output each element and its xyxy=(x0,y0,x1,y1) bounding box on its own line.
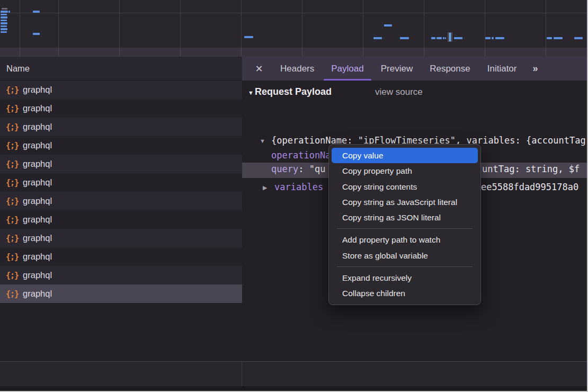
view-source-link[interactable]: view source xyxy=(375,87,423,97)
more-tabs-button[interactable]: » xyxy=(532,63,537,74)
request-row[interactable]: {;}graphql xyxy=(0,192,242,210)
request-label: graphql xyxy=(23,85,52,95)
waterfall-bar xyxy=(1,14,7,16)
waterfall-bar xyxy=(1,16,7,19)
property-value-start: "qu xyxy=(309,164,326,174)
json-icon: {;} xyxy=(6,252,19,262)
request-label: graphql xyxy=(23,122,52,132)
payload-section-header[interactable]: ▼ Request Payload view source xyxy=(242,86,587,102)
marker-line xyxy=(449,33,451,41)
request-row[interactable]: {;}graphql xyxy=(0,210,242,229)
waterfall-bar xyxy=(1,28,7,30)
waterfall-bar xyxy=(431,37,435,39)
waterfall-bar xyxy=(33,33,40,35)
details-tab-bar: ✕ HeadersPayloadPreviewResponseInitiator… xyxy=(242,57,587,81)
column-header-name[interactable]: Name xyxy=(0,57,242,81)
property-key: query xyxy=(271,164,298,174)
request-row[interactable]: {;}graphql xyxy=(0,118,242,136)
request-list-panel: Name {;}graphql{;}graphql{;}graphql{;}gr… xyxy=(0,57,243,362)
waterfall-bar xyxy=(1,20,7,22)
tab-response[interactable]: Response xyxy=(421,57,479,81)
waterfall-bar xyxy=(436,37,442,39)
tab-headers[interactable]: Headers xyxy=(272,57,323,81)
request-label: graphql xyxy=(23,270,52,280)
waterfall-bar xyxy=(33,11,40,13)
section-title: Request Payload xyxy=(255,86,332,97)
json-icon: {;} xyxy=(6,122,19,132)
context-menu-item[interactable]: Copy property path xyxy=(332,163,478,179)
tabs-holder: HeadersPayloadPreviewResponseInitiator xyxy=(272,57,525,81)
json-icon: {;} xyxy=(6,85,19,95)
context-menu-item[interactable]: Copy string as JSON literal xyxy=(332,210,478,225)
context-menu-item[interactable]: Add property path to watch xyxy=(332,232,478,247)
tab-payload[interactable]: Payload xyxy=(323,57,372,81)
json-icon: {;} xyxy=(6,141,19,150)
waterfall-bar xyxy=(373,37,382,39)
waterfall-bar xyxy=(2,8,7,10)
waterfall-bar xyxy=(1,31,7,33)
request-row[interactable]: {;}graphql xyxy=(0,81,242,99)
request-label: graphql xyxy=(23,233,52,243)
json-icon: {;} xyxy=(6,271,19,280)
request-row[interactable]: {;}graphql xyxy=(0,155,242,173)
panel-divider[interactable] xyxy=(242,362,242,386)
request-label: graphql xyxy=(23,289,52,299)
waterfall-bar xyxy=(492,37,494,39)
property-value-fragment: ee5588fdad995178a0 xyxy=(481,182,578,192)
waterfall-bar xyxy=(400,37,409,39)
waterfall-bar xyxy=(8,11,10,13)
waterfall-bar xyxy=(445,37,446,39)
context-menu-item[interactable]: Copy string contents xyxy=(332,179,478,194)
tab-preview[interactable]: Preview xyxy=(372,57,421,81)
waterfall-bar xyxy=(1,11,8,13)
menu-separator xyxy=(337,266,473,267)
waterfall-bar xyxy=(485,37,491,39)
request-rows: {;}graphql{;}graphql{;}graphql{;}graphql… xyxy=(0,81,242,303)
overview-horizontal-gridline xyxy=(0,13,587,13)
network-overview-pane[interactable] xyxy=(0,0,587,57)
waterfall-bar xyxy=(495,37,504,39)
close-details-button[interactable]: ✕ xyxy=(253,63,265,75)
request-label: graphql xyxy=(23,196,52,206)
overview-selection-marker xyxy=(448,32,452,42)
tab-initiator[interactable]: Initiator xyxy=(479,57,525,81)
triangle-down-icon: ▼ xyxy=(260,138,265,144)
json-icon: {;} xyxy=(6,234,19,243)
request-row[interactable]: {;}graphql xyxy=(0,247,242,266)
overview-timeline-strip xyxy=(0,48,587,57)
waterfall-bar xyxy=(547,37,552,39)
waterfall-bar xyxy=(574,37,583,39)
context-menu-item[interactable]: Copy string as JavaScript literal xyxy=(332,194,478,210)
context-menu-item[interactable]: Expand recursively xyxy=(332,270,478,286)
context-menu: Copy valueCopy property pathCopy string … xyxy=(328,144,481,305)
context-menu-item[interactable]: Store as global variable xyxy=(332,248,478,263)
context-menu-item[interactable]: Collapse children xyxy=(332,286,478,301)
request-row[interactable]: {;}graphql xyxy=(0,284,242,303)
request-row[interactable]: {;}graphql xyxy=(0,136,242,155)
request-label: graphql xyxy=(23,140,52,150)
request-row[interactable]: {;}graphql xyxy=(0,173,242,192)
request-row[interactable]: {;}graphql xyxy=(0,229,242,247)
waterfall-bar xyxy=(1,22,7,24)
json-icon: {;} xyxy=(6,215,19,225)
context-menu-item[interactable]: Copy value xyxy=(332,148,478,163)
request-label: graphql xyxy=(23,177,52,188)
column-header-label: Name xyxy=(6,64,30,73)
request-row[interactable]: {;}graphql xyxy=(0,99,242,118)
json-icon: {;} xyxy=(6,104,19,113)
request-label: graphql xyxy=(23,159,52,169)
property-value-fragment: untTag: string, $f xyxy=(482,164,580,174)
waterfall-bar xyxy=(244,36,253,38)
property-text: query: "qu xyxy=(271,164,325,174)
json-icon: {;} xyxy=(6,178,19,188)
triangle-down-icon: ▼ xyxy=(248,90,254,96)
triangle-right-icon: ▶ xyxy=(263,184,267,191)
waterfall-bar xyxy=(443,37,444,39)
request-label: graphql xyxy=(23,215,52,225)
overview-gridlines xyxy=(0,0,587,48)
json-icon: {;} xyxy=(6,289,19,299)
json-icon: {;} xyxy=(6,159,19,169)
property-key: variables xyxy=(274,182,323,192)
request-row[interactable]: {;}graphql xyxy=(0,266,242,284)
waterfall-bar xyxy=(1,25,7,28)
